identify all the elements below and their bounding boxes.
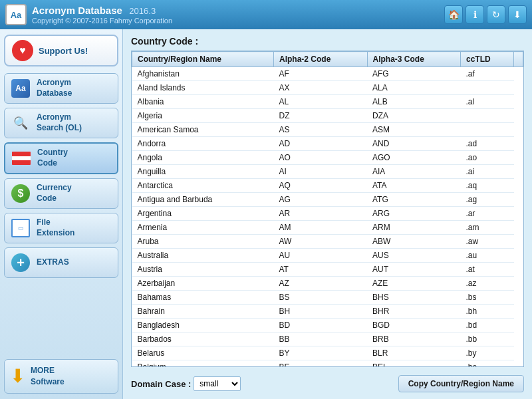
sidebar-item-acronym-search[interactable]: 🔍 AcronymSearch (OL) bbox=[4, 108, 118, 138]
table-cell: .bb bbox=[461, 332, 514, 346]
support-button[interactable]: ♥ Support Us! bbox=[4, 35, 118, 66]
table-row[interactable]: AfghanistanAFAFG.af bbox=[132, 67, 523, 81]
col-header-cctld: ccTLD bbox=[461, 52, 514, 67]
table-row[interactable]: BelgiumBEBEL.be bbox=[132, 360, 523, 367]
table-row[interactable]: ArmeniaAMARM.am bbox=[132, 221, 523, 235]
app-version: 2016.3 bbox=[129, 6, 156, 16]
table-cell: Algeria bbox=[132, 109, 274, 123]
domain-case-select[interactable]: small LARGE Mixed bbox=[194, 376, 241, 391]
table-row[interactable]: BangladeshBDBGD.bd bbox=[132, 319, 523, 332]
sidebar-item-currency-code[interactable]: $ CurrencyCode bbox=[4, 178, 118, 209]
table-cell: AU bbox=[274, 249, 368, 263]
table-cell: Anguilla bbox=[132, 165, 274, 179]
heart-icon: ♥ bbox=[12, 40, 33, 61]
sidebar-item-acronym-db[interactable]: Aa AcronymDatabase bbox=[4, 73, 118, 104]
table-cell: Bangladesh bbox=[132, 319, 274, 332]
table-cell: .bd bbox=[461, 319, 514, 332]
table-cell: Bahrain bbox=[132, 305, 274, 319]
table-cell: AW bbox=[274, 235, 368, 249]
table-cell: BE bbox=[274, 360, 368, 367]
table-body: AfghanistanAFAFG.afAland IslandsAXALAAlb… bbox=[132, 67, 523, 367]
plus-icon: + bbox=[10, 252, 31, 273]
app-subtitle: Copyright © 2007-2016 Fahmy Corporation bbox=[32, 17, 172, 25]
table-cell: Albania bbox=[132, 95, 274, 109]
table-cell: .at bbox=[461, 263, 514, 277]
table-row[interactable]: AlgeriaDZDZA bbox=[132, 109, 523, 123]
table-row[interactable]: BahrainBHBHR.bh bbox=[132, 305, 523, 319]
title-bar-left: Aa Acronym Database 2016.3 Copyright © 2… bbox=[5, 4, 172, 25]
table-cell: BD bbox=[274, 319, 368, 332]
table-row[interactable]: AzerbaijanAZAZE.az bbox=[132, 277, 523, 291]
table-cell: ARM bbox=[367, 221, 461, 235]
table-cell: BRB bbox=[367, 332, 461, 346]
table-cell: .am bbox=[461, 221, 514, 235]
table-cell: ABW bbox=[367, 235, 461, 249]
table-scroll[interactable]: Country/Region Name Alpha-2 Code Alpha-3… bbox=[132, 51, 523, 366]
table-cell: .au bbox=[461, 249, 514, 263]
table-cell: .bh bbox=[461, 305, 514, 319]
sidebar-item-label: EXTRAS bbox=[37, 257, 69, 268]
col-header-alpha3: Alpha-3 Code bbox=[367, 52, 461, 67]
table-row[interactable]: AntarcticaAQATA.aq bbox=[132, 179, 523, 193]
sidebar-item-country-code[interactable]: CountryCode bbox=[4, 142, 118, 174]
download-button[interactable]: ⬇ bbox=[508, 5, 527, 24]
search-icon: 🔍 bbox=[10, 112, 31, 134]
home-button[interactable]: 🏠 bbox=[444, 5, 463, 24]
support-label: Support Us! bbox=[39, 46, 88, 56]
table-row[interactable]: ArubaAWABW.aw bbox=[132, 235, 523, 249]
title-info: Acronym Database 2016.3 Copyright © 2007… bbox=[32, 5, 172, 25]
table-row[interactable]: BarbadosBBBRB.bb bbox=[132, 332, 523, 346]
table-cell: BHS bbox=[367, 291, 461, 305]
table-cell: AFG bbox=[367, 67, 461, 81]
info-button[interactable]: ℹ bbox=[466, 5, 484, 24]
table-cell: AIA bbox=[367, 165, 461, 179]
table-cell: Armenia bbox=[132, 221, 274, 235]
copy-country-button[interactable]: Copy Country/Region Name bbox=[398, 375, 524, 392]
table-row[interactable]: AnguillaAIAIA.ai bbox=[132, 165, 523, 179]
table-cell: AD bbox=[274, 137, 368, 151]
table-cell: .ar bbox=[461, 207, 514, 221]
table-cell: .al bbox=[461, 95, 514, 109]
sidebar-item-label: FileExtension bbox=[37, 217, 74, 238]
table-row[interactable]: AndorraADAND.ad bbox=[132, 137, 523, 151]
table-cell bbox=[461, 109, 514, 123]
table-cell: Austria bbox=[132, 263, 274, 277]
sidebar-item-file-extension[interactable]: ▭ FileExtension bbox=[4, 213, 118, 243]
table-cell bbox=[461, 81, 514, 95]
country-table-container: Country/Region Name Alpha-2 Code Alpha-3… bbox=[131, 51, 524, 367]
table-row[interactable]: AlbaniaALALB.al bbox=[132, 95, 523, 109]
table-cell: .af bbox=[461, 67, 514, 81]
table-row[interactable]: AngolaAOAGO.ao bbox=[132, 151, 523, 165]
table-row[interactable]: BahamasBSBHS.bs bbox=[132, 291, 523, 305]
sidebar-item-label: AcronymDatabase bbox=[37, 78, 72, 98]
refresh-button[interactable]: ↻ bbox=[487, 5, 505, 24]
table-cell: AZE bbox=[367, 277, 461, 291]
table-row[interactable]: BelarusBYBLR.by bbox=[132, 346, 523, 360]
table-row[interactable]: Antigua and BarbudaAGATG.ag bbox=[132, 193, 523, 207]
table-cell: .aq bbox=[461, 179, 514, 193]
table-cell: Belarus bbox=[132, 346, 274, 360]
more-software-button[interactable]: ⬇ MORESoftware bbox=[4, 359, 118, 394]
footer-bar: Domain Case : small LARGE Mixed Copy Cou… bbox=[131, 371, 524, 392]
table-row[interactable]: AustraliaAUAUS.au bbox=[132, 249, 523, 263]
sidebar-item-extras[interactable]: + EXTRAS bbox=[4, 247, 118, 278]
table-row[interactable]: ArgentinaARARG.ar bbox=[132, 207, 523, 221]
table-cell: AR bbox=[274, 207, 368, 221]
table-cell: Antarctica bbox=[132, 179, 274, 193]
section-title: Country Code : bbox=[131, 36, 524, 47]
col-header-alpha2: Alpha-2 Code bbox=[274, 52, 368, 67]
title-bar-buttons: 🏠 ℹ ↻ ⬇ bbox=[444, 5, 527, 24]
table-cell: BGD bbox=[367, 319, 461, 332]
table-row[interactable]: Aland IslandsAXALA bbox=[132, 81, 523, 95]
app-name: Acronym Database bbox=[32, 5, 122, 16]
content-area: Country Code : Country/Region Name Alpha… bbox=[123, 29, 532, 399]
table-row[interactable]: American SamoaASASM bbox=[132, 123, 523, 137]
table-cell: Argentina bbox=[132, 207, 274, 221]
table-row[interactable]: AustriaATAUT.at bbox=[132, 263, 523, 277]
table-cell: Azerbaijan bbox=[132, 277, 274, 291]
table-cell: ARG bbox=[367, 207, 461, 221]
table-cell: Australia bbox=[132, 249, 274, 263]
table-cell: Aruba bbox=[132, 235, 274, 249]
table-cell: .ai bbox=[461, 165, 514, 179]
table-cell: DZA bbox=[367, 109, 461, 123]
